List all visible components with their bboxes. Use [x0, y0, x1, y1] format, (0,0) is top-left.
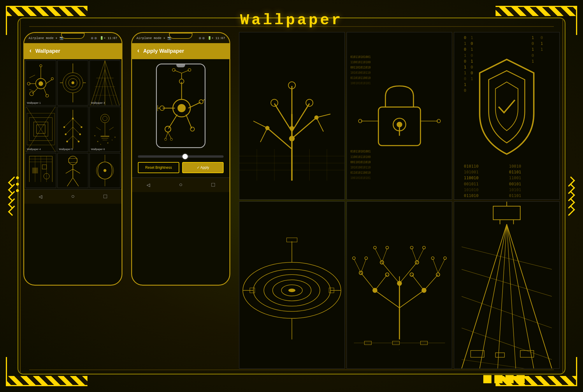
- svg-point-141: [314, 115, 318, 119]
- nav-back-middle[interactable]: ◁: [147, 181, 150, 189]
- svg-text:0: 0: [541, 35, 543, 40]
- wallpaper-3-label: Wallpaper 3: [91, 101, 105, 104]
- wallpaper-large-3[interactable]: 0 1 0 1 0 1 1 0 1 0 1 0 1 0 1 0 0: [454, 32, 560, 200]
- svg-rect-34: [94, 95, 117, 95]
- svg-point-52: [72, 118, 74, 119]
- back-button-middle[interactable]: ‹: [136, 48, 140, 55]
- phone-left-bottom-nav: ◁ ○ □: [24, 189, 122, 204]
- nav-recent-middle[interactable]: □: [211, 182, 215, 188]
- svg-point-69: [100, 144, 101, 145]
- svg-point-70: [107, 142, 108, 143]
- svg-text:1: 1: [532, 59, 534, 64]
- svg-text:010110101001: 010110101001: [350, 55, 371, 59]
- brightness-slider-area: [132, 152, 229, 161]
- svg-text:1: 1: [471, 59, 473, 64]
- svg-text:001101011010: 001101011010: [350, 66, 371, 69]
- right-panel: 010110101001 110010110100 001101011010 1…: [239, 32, 560, 369]
- border-accent-bottom: [29, 370, 554, 370]
- svg-point-55: [65, 133, 66, 135]
- svg-text:1: 1: [471, 76, 473, 81]
- svg-rect-32: [96, 78, 113, 78]
- phone-middle-header: ‹ Apply Wallpaper: [132, 43, 229, 59]
- wallpaper-large-4[interactable]: [239, 201, 345, 369]
- wallpaper-thumb-3[interactable]: Wallpaper 3: [89, 60, 120, 106]
- svg-text:0: 0: [532, 53, 534, 58]
- page-title: Wallpaper: [240, 12, 343, 29]
- svg-text:1: 1: [464, 71, 466, 75]
- svg-rect-33: [95, 87, 115, 87]
- svg-text:101001: 101001: [464, 170, 479, 174]
- svg-text:1: 1: [464, 53, 466, 58]
- svg-text:1: 1: [464, 82, 466, 87]
- brightness-thumb[interactable]: [182, 154, 188, 159]
- svg-text:0: 0: [464, 88, 466, 93]
- frame-line-left: [20, 19, 21, 373]
- camera-dot-2: [94, 37, 97, 39]
- phone-left-content: Wallpaper 1: [24, 59, 122, 189]
- back-button-left[interactable]: ‹: [29, 48, 32, 55]
- svg-text:0: 0: [471, 65, 473, 69]
- wallpaper-large-5[interactable]: [347, 201, 452, 369]
- status-middle-left: Airplane mode ✈ 📷: [136, 36, 171, 40]
- main-container: Wallpaper | Wallpaper Airplane mode ✈ 📷 …: [0, 0, 583, 392]
- phone-middle-notch: [169, 33, 192, 39]
- status-left: Airplane mode ✈ 📷: [29, 36, 64, 40]
- wallpaper-grid: Wallpaper 1: [24, 59, 122, 189]
- svg-text:1: 1: [464, 41, 466, 46]
- reset-brightness-button[interactable]: Reset Brightness: [138, 162, 179, 173]
- wallpaper-6-label: Wallpaper 6: [91, 148, 105, 151]
- nav-recent-left[interactable]: □: [103, 193, 107, 200]
- svg-text:1: 1: [471, 47, 473, 52]
- phone-left-title: Wallpaper: [35, 48, 60, 54]
- chevron-right-5: [565, 205, 575, 216]
- wallpaper-thumb-9[interactable]: [89, 153, 120, 188]
- side-dot-1: [16, 176, 19, 179]
- svg-point-56: [79, 133, 81, 135]
- svg-text:01101: 01101: [509, 193, 521, 198]
- svg-text:100101010101: 100101010101: [350, 82, 371, 85]
- svg-text:100101010101: 100101010101: [350, 176, 371, 180]
- side-dot-3: [16, 189, 19, 192]
- svg-text:001101011010: 001101011010: [350, 161, 371, 164]
- frame-line-right: [562, 19, 563, 373]
- svg-point-138: [289, 136, 295, 141]
- phone-middle-bottom-nav: ◁ ○ □: [132, 177, 229, 192]
- wallpaper-large-1[interactable]: [239, 32, 345, 200]
- wallpaper-thumb-2[interactable]: [57, 60, 88, 106]
- wallpaper-large-6[interactable]: [454, 201, 560, 369]
- svg-text:0: 0: [464, 47, 466, 52]
- brightness-slider[interactable]: [138, 155, 224, 158]
- svg-text:011010: 011010: [464, 193, 479, 198]
- wallpaper-large-2[interactable]: 010110101001 110010110100 001101011010 1…: [347, 32, 452, 200]
- inner-phone-notch: [176, 64, 185, 67]
- svg-point-215: [288, 289, 295, 292]
- svg-text:011010110010: 011010110010: [350, 76, 371, 80]
- wallpaper-thumb-6[interactable]: Wallpaper 6: [89, 107, 120, 152]
- svg-point-140: [265, 126, 269, 130]
- svg-rect-65: [101, 136, 109, 137]
- wallpaper-thumb-7[interactable]: [25, 153, 56, 188]
- svg-point-234: [372, 288, 377, 293]
- svg-text:01101: 01101: [509, 170, 521, 174]
- nav-home-middle[interactable]: ○: [179, 182, 182, 188]
- wallpaper-thumb-8[interactable]: [57, 153, 88, 188]
- wallpaper-5-label: Wallpaper 5: [59, 148, 73, 151]
- bottom-dot-4: [517, 375, 525, 383]
- nav-home-left[interactable]: ○: [71, 193, 75, 200]
- svg-point-101: [178, 104, 186, 112]
- wallpaper-thumb-1[interactable]: Wallpaper 1: [25, 60, 56, 106]
- svg-text:1: 1: [541, 47, 543, 52]
- wallpaper-thumb-5[interactable]: Wallpaper 5: [57, 107, 88, 152]
- svg-point-71: [112, 140, 113, 140]
- wallpaper-thumb-4[interactable]: Wallpaper 4: [25, 107, 56, 152]
- svg-point-58: [78, 140, 80, 142]
- svg-text:1: 1: [464, 65, 466, 69]
- phone-left-header: ‹ Wallpaper: [24, 43, 122, 59]
- svg-point-19: [71, 81, 74, 84]
- apply-button[interactable]: ✓ Apply: [182, 162, 224, 173]
- svg-text:110010110100: 110010110100: [350, 155, 371, 159]
- svg-text:0: 0: [471, 41, 473, 46]
- side-dot-2: [16, 183, 19, 186]
- svg-text:10010: 10010: [509, 164, 521, 168]
- nav-back-left[interactable]: ◁: [39, 193, 42, 200]
